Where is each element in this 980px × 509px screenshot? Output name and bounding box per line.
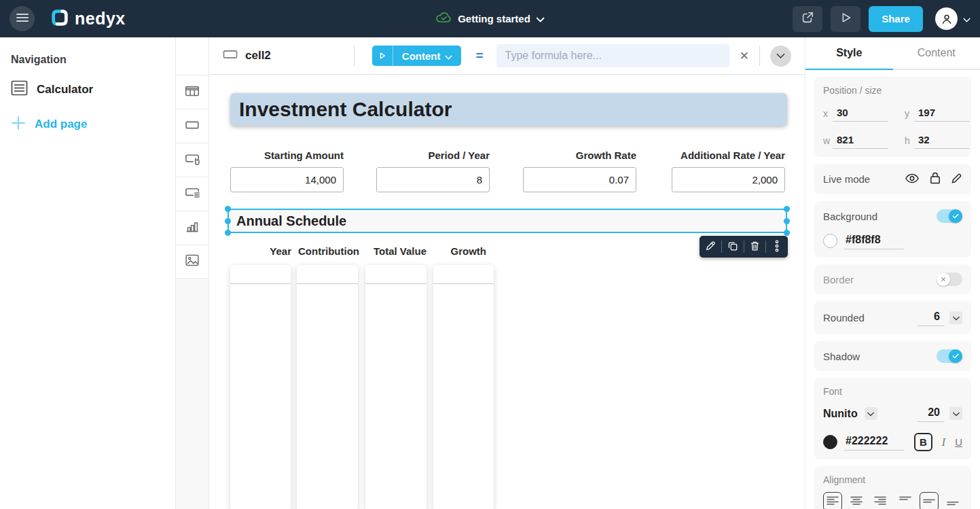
font-hex-input[interactable] (844, 434, 904, 451)
pencil-icon (705, 241, 716, 253)
add-chart-tool[interactable] (176, 211, 208, 245)
tab-style[interactable]: Style (805, 37, 893, 70)
panel-tabs: Style Content (805, 37, 980, 70)
font-size-input[interactable] (917, 405, 944, 422)
toggle-x-icon (937, 273, 950, 286)
background-hex-input[interactable] (844, 232, 904, 249)
plus-icon (11, 116, 26, 133)
resize-handle-top-left[interactable] (225, 206, 231, 212)
rounded-value-input[interactable] (917, 309, 944, 326)
valign-middle-icon (923, 495, 935, 508)
font-family-value: Nunito (823, 408, 858, 420)
lock-button[interactable] (930, 172, 941, 186)
growth-rate-input[interactable] (523, 167, 636, 192)
shadow-toggle[interactable] (937, 349, 962, 363)
selected-element-annual-schedule[interactable]: Annual Schedule (228, 209, 787, 233)
resize-handle-bottom-right[interactable] (784, 230, 790, 236)
additional-rate-input[interactable] (672, 167, 785, 192)
y-label: y (905, 108, 914, 119)
open-preview-button[interactable] (793, 6, 822, 32)
table-header-total-value[interactable]: Total Value (365, 245, 428, 257)
add-page-button[interactable]: Add page (11, 116, 164, 133)
valign-bottom-icon (947, 495, 959, 508)
table-column-growth[interactable] (433, 265, 494, 509)
sidebar-item-calculator[interactable]: Calculator (11, 80, 164, 99)
valign-top-button[interactable] (896, 492, 915, 509)
period-year-input[interactable] (376, 167, 490, 192)
table-header-contribution[interactable]: Contribution (297, 245, 361, 257)
share-button[interactable]: Share (869, 6, 923, 32)
table-cell[interactable] (433, 265, 494, 284)
edit-element-button[interactable] (700, 236, 721, 258)
run-app-button[interactable] (831, 6, 860, 32)
app-logo: nedyx (50, 7, 126, 31)
table-cell[interactable] (297, 265, 358, 284)
underline-button[interactable]: U (955, 436, 962, 448)
divider (759, 46, 760, 66)
clear-formula-button[interactable]: ✕ (740, 49, 749, 63)
resize-handle-right[interactable] (784, 218, 790, 224)
valign-middle-button[interactable] (920, 492, 939, 509)
font-family-select-button[interactable] (865, 407, 877, 420)
align-center-button[interactable] (847, 492, 866, 509)
selected-cell-name: cell2 (245, 49, 271, 63)
kebab-menu-icon (775, 240, 779, 254)
align-left-button[interactable] (823, 492, 842, 509)
account-menu[interactable] (935, 7, 970, 30)
delete-element-button[interactable] (744, 236, 766, 258)
run-formula-icon (372, 46, 393, 66)
expand-formula-button[interactable] (770, 46, 791, 67)
topbar: nedyx Getting started Share (0, 0, 980, 37)
table-cell[interactable] (230, 265, 291, 284)
formula-mode-dropdown[interactable]: Content (372, 46, 462, 66)
formula-input[interactable] (496, 44, 729, 67)
shadow-card: Shadow (814, 341, 971, 371)
table-header-year[interactable]: Year (230, 245, 293, 257)
starting-amount-input[interactable] (230, 167, 344, 192)
page-icon (11, 80, 28, 99)
add-cell-tool[interactable] (176, 109, 208, 143)
resize-handle-top-right[interactable] (784, 206, 790, 212)
add-button-tool[interactable] (176, 143, 208, 177)
resize-handle-left[interactable] (225, 218, 231, 224)
table-header-growth[interactable]: Growth (433, 245, 488, 257)
table-column-total-value[interactable] (365, 265, 427, 509)
add-dropdown-tool[interactable] (176, 177, 208, 211)
table-column-contribution[interactable] (297, 265, 358, 509)
edit-mode-button[interactable] (951, 173, 962, 186)
external-link-icon (801, 11, 814, 27)
position-size-card: Position / size x y w h (814, 77, 971, 157)
background-color-swatch[interactable] (823, 234, 837, 248)
page-canvas[interactable]: Investment Calculator Starting Amount Pe… (209, 75, 805, 509)
background-toggle[interactable] (937, 209, 962, 223)
add-image-tool[interactable] (176, 245, 208, 279)
x-input[interactable] (833, 105, 888, 122)
title-cell[interactable]: Investment Calculator (230, 93, 787, 126)
navigation-sidebar: Navigation Calculator Add page (0, 37, 175, 509)
project-status-dropdown[interactable]: Getting started (435, 12, 545, 26)
table-column-year[interactable] (230, 265, 291, 509)
add-table-tool[interactable] (176, 75, 208, 109)
h-input[interactable] (914, 133, 970, 149)
menu-button[interactable] (10, 6, 35, 31)
resize-handle-bottom-left[interactable] (225, 230, 231, 236)
w-input[interactable] (833, 133, 888, 149)
italic-button[interactable]: I (942, 436, 945, 449)
tab-content[interactable]: Content (893, 37, 980, 70)
font-size-select-button[interactable] (949, 407, 962, 420)
lock-icon (930, 176, 941, 186)
divider (354, 46, 355, 66)
y-input[interactable] (914, 105, 970, 122)
visibility-button[interactable] (905, 173, 920, 186)
border-toggle[interactable] (937, 273, 962, 286)
rounded-select-button[interactable] (949, 311, 962, 324)
font-color-swatch[interactable] (823, 435, 837, 449)
valign-bottom-button[interactable] (943, 492, 962, 509)
bold-button[interactable]: B (914, 433, 932, 451)
chevron-down-icon (537, 13, 545, 25)
table-cell[interactable] (365, 265, 427, 284)
duplicate-element-button[interactable] (722, 236, 744, 258)
cloud-check-icon (435, 12, 452, 26)
more-options-button[interactable] (766, 236, 788, 258)
align-right-button[interactable] (871, 492, 890, 509)
